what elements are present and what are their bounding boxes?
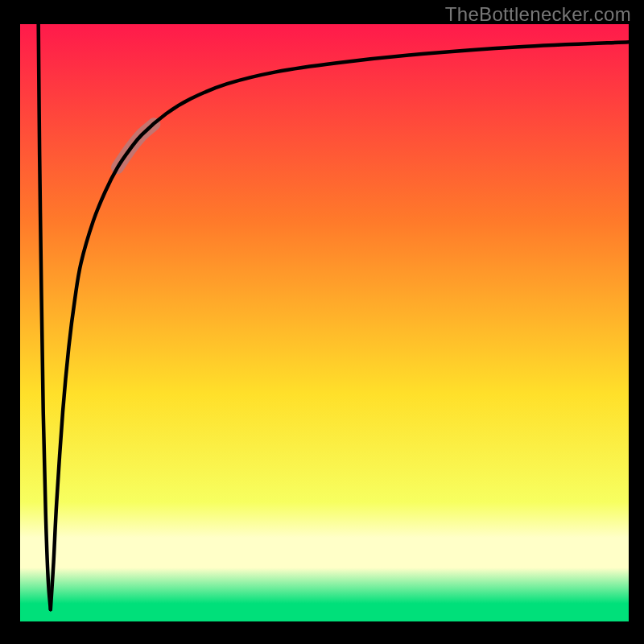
plot-area (20, 24, 629, 621)
gradient-background (20, 24, 629, 621)
chart-frame: TheBottlenecker.com (0, 0, 644, 644)
watermark-text: TheBottlenecker.com (445, 3, 631, 26)
chart-svg (20, 24, 629, 621)
